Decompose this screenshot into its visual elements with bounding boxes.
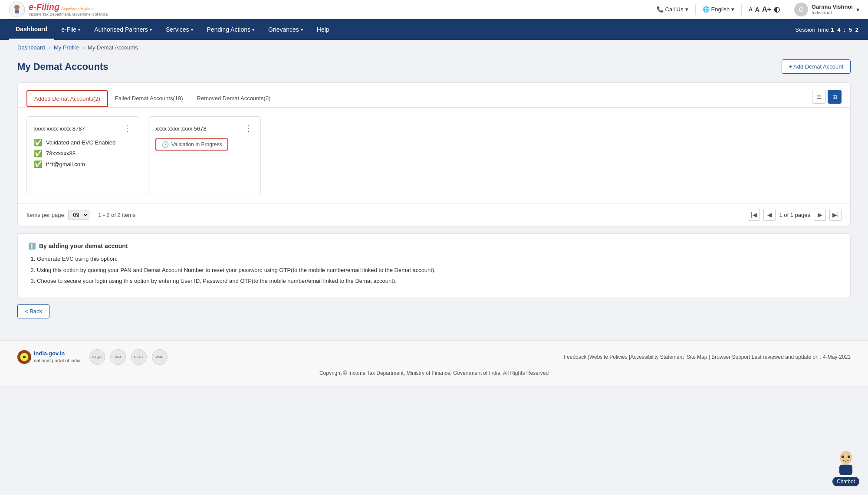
user-role: Individual: [812, 10, 853, 15]
globe-icon: 🌐: [703, 6, 710, 13]
prev-page-icon: ◀: [767, 211, 772, 218]
page-header: My Demat Accounts + Add Demat Account: [17, 59, 851, 74]
partners-arrow-icon: ▾: [150, 27, 152, 32]
tab-added-label: Added Demat Accounts(2): [34, 95, 100, 102]
logo-text: e-Filing Anywhere Anytime Income Tax Dep…: [29, 2, 108, 17]
breadcrumb-sep-1: ›: [49, 44, 50, 51]
session-info: Session Time 1 4 : 5 2: [795, 26, 859, 33]
svg-rect-2: [15, 10, 19, 13]
grid-view-icon: ⊞: [832, 94, 837, 100]
nav-item-help[interactable]: Help: [310, 19, 336, 40]
grievances-arrow-icon: ▾: [301, 27, 303, 32]
info-list: Generate EVC using this option. Using th…: [28, 255, 840, 285]
check-icon-1: ✅: [34, 138, 43, 147]
items-per-page-select[interactable]: 09 18 27: [68, 210, 89, 220]
contrast-button[interactable]: ◐: [774, 5, 780, 13]
session-label: Session Time: [795, 26, 829, 33]
top-bar: e-Filing Anywhere Anytime Income Tax Dep…: [0, 0, 868, 19]
nav-partners-label: Authorised Partners: [94, 26, 148, 33]
demat-card-1-header: xxxx xxxx xxxx 8787 ⋮: [34, 124, 132, 133]
footer-top: india.gov.in national portal of india ST…: [17, 349, 851, 365]
india-gov-text: india.gov.in national portal of india: [34, 350, 81, 364]
nav-item-efile[interactable]: e-File ▾: [54, 19, 87, 40]
session-time: 1 4 : 5 2: [831, 26, 859, 33]
tab-added-demat[interactable]: Added Demat Accounts(2): [26, 90, 108, 107]
page-title: My Demat Accounts: [17, 61, 108, 72]
nav-help-label: Help: [317, 26, 329, 33]
tab-failed-demat[interactable]: Failed Demat Accounts(19): [108, 91, 190, 107]
add-button-label: + Add Demat Account: [789, 63, 843, 70]
tab-failed-label: Failed Demat Accounts(19): [115, 95, 183, 102]
items-count: 1 - 2 of 2 items: [98, 212, 135, 218]
nav-item-authorised-partners[interactable]: Authorised Partners ▾: [87, 19, 159, 40]
demat-card-1-check-1: ✅ Validated and EVC Enabled: [34, 138, 132, 147]
demat-card-2-menu[interactable]: ⋮: [245, 124, 253, 133]
efile-arrow-icon: ▾: [78, 27, 80, 32]
font-large-button[interactable]: A+: [762, 6, 771, 13]
footer-links: Feedback |Website Policies |Accessibilit…: [564, 354, 851, 360]
items-per-page: Items per page: 09 18 27: [26, 210, 89, 220]
page-info: 1 of 1 pages: [779, 212, 810, 218]
font-small-button[interactable]: A: [749, 7, 753, 13]
grid-view-button[interactable]: ⊞: [828, 90, 842, 104]
check-icon-3: ✅: [34, 160, 43, 168]
tab-removed-label: Removed Demat Accounts(0): [197, 95, 271, 102]
svg-point-1: [14, 5, 20, 10]
first-page-button[interactable]: |◀: [748, 209, 760, 221]
emblem-icon: [9, 1, 25, 18]
view-controls: ☰ ⊞: [812, 90, 842, 107]
phone-icon: 📞: [657, 6, 664, 13]
demat-card-2-number: xxxx xxxx xxxx 5678: [155, 125, 207, 132]
list-view-button[interactable]: ☰: [812, 90, 826, 104]
demat-card-1: xxxx xxxx xxxx 8787 ⋮ ✅ Validated and EV…: [26, 116, 139, 194]
last-page-button[interactable]: ▶|: [829, 209, 842, 221]
call-us-button[interactable]: 📞 Call Us ▾: [657, 6, 688, 13]
call-us-label: Call Us: [665, 6, 684, 13]
separator-3: [787, 4, 787, 15]
prev-page-button[interactable]: ◀: [763, 209, 776, 221]
info-title: ℹ️ By adding your demat account: [28, 243, 840, 249]
info-icon: ℹ️: [28, 243, 36, 249]
user-info[interactable]: G Garima Vishnoi Individual ▾: [794, 3, 859, 16]
footer-links-text: Feedback |Website Policies |Accessibilit…: [564, 354, 851, 360]
check-icon-2: ✅: [34, 149, 43, 157]
nav-item-grievances[interactable]: Grievances ▾: [261, 19, 310, 40]
main-content: My Demat Accounts + Add Demat Account Ad…: [0, 55, 868, 331]
demat-card-1-check-3: ✅ t**t@gmail.com: [34, 160, 132, 168]
nav-item-pending-actions[interactable]: Pending Actions ▾: [200, 19, 261, 40]
badge-1: STQC: [89, 349, 105, 365]
user-details: Garima Vishnoi Individual: [812, 3, 853, 15]
badge-4: W3C: [152, 349, 168, 365]
nav-services-label: Services: [166, 26, 189, 33]
badge-3: CERT: [131, 349, 147, 365]
language-selector[interactable]: 🌐 English ▾: [703, 6, 735, 13]
check-label-2: 78xxxxxx88: [46, 150, 76, 157]
font-controls: A A A+ ◐: [749, 5, 780, 13]
demat-card-1-menu[interactable]: ⋮: [123, 124, 132, 133]
next-page-button[interactable]: ▶: [814, 209, 826, 221]
india-gov-logo[interactable]: india.gov.in national portal of india: [17, 350, 81, 364]
footer-badges: STQC ISO CERT W3C: [89, 349, 168, 365]
font-medium-button[interactable]: A: [755, 6, 760, 13]
footer-copyright: Copyright © Income Tax Department, Minis…: [17, 370, 851, 376]
breadcrumb-my-profile[interactable]: My Profile: [54, 44, 79, 51]
logo-dept: Income Tax Department, Government of Ind…: [29, 12, 108, 17]
user-arrow-icon: ▾: [856, 6, 859, 13]
services-arrow-icon: ▾: [191, 27, 193, 32]
nav-item-dashboard[interactable]: Dashboard: [9, 19, 54, 40]
add-demat-account-button[interactable]: + Add Demat Account: [782, 59, 851, 74]
last-page-icon: ▶|: [832, 211, 839, 218]
language-label: English: [711, 6, 730, 13]
breadcrumb-dashboard[interactable]: Dashboard: [17, 44, 45, 51]
list-view-icon: ☰: [816, 94, 822, 100]
next-page-icon: ▶: [818, 211, 822, 218]
demat-card-1-check-2: ✅ 78xxxxxx88: [34, 149, 132, 157]
back-button-label: < Back: [25, 308, 42, 315]
back-button[interactable]: < Back: [17, 304, 49, 318]
ashoka-chakra-icon: [19, 352, 30, 362]
nav-item-services[interactable]: Services ▾: [159, 19, 200, 40]
tab-removed-demat[interactable]: Removed Demat Accounts(0): [190, 91, 278, 107]
india-gov-emblem: [17, 350, 31, 364]
svg-point-4: [23, 356, 26, 358]
logo: e-Filing Anywhere Anytime Income Tax Dep…: [9, 1, 108, 18]
